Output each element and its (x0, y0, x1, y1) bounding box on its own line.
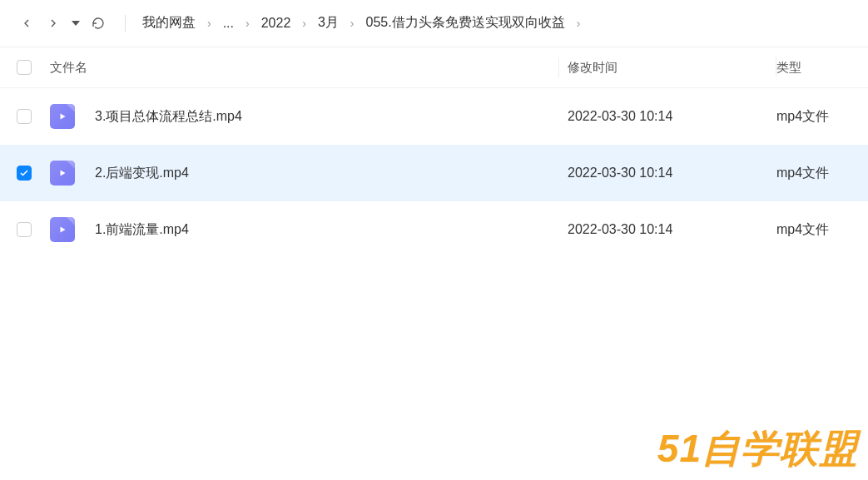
file-name: 3.项目总体流程总结.mp4 (95, 108, 242, 126)
svg-marker-2 (61, 171, 66, 176)
file-date: 2022-03-30 10:14 (559, 222, 776, 237)
column-header-date[interactable]: 修改时间 (559, 60, 776, 76)
file-type: mp4文件 (776, 221, 851, 239)
chevron-right-icon: › (302, 17, 306, 30)
svg-marker-0 (72, 21, 80, 26)
breadcrumb: 我的网盘 › ... › 2022 › 3月 › 055.借力头条免费送实现双向… (142, 14, 580, 32)
column-name-label: 文件名 (50, 60, 87, 76)
file-list: 3.项目总体流程总结.mp42022-03-30 10:14mp4文件2.后端变… (0, 88, 868, 258)
column-header-row: 文件名 修改时间 类型 (0, 47, 868, 88)
refresh-button[interactable] (88, 13, 108, 33)
video-file-icon (50, 104, 75, 129)
file-row[interactable]: 3.项目总体流程总结.mp42022-03-30 10:14mp4文件 (0, 88, 868, 145)
file-type: mp4文件 (776, 165, 851, 182)
chevron-right-icon: › (577, 17, 581, 30)
video-file-icon (50, 161, 75, 186)
file-date: 2022-03-30 10:14 (559, 166, 776, 181)
svg-marker-1 (61, 114, 66, 120)
chevron-right-icon: › (207, 17, 211, 30)
file-checkbox[interactable] (17, 222, 32, 237)
svg-marker-3 (61, 227, 66, 233)
column-header-name[interactable]: 文件名 (50, 60, 558, 76)
select-all-checkbox[interactable] (17, 60, 32, 75)
chevron-right-icon: › (350, 17, 355, 30)
toolbar: 我的网盘 › ... › 2022 › 3月 › 055.借力头条免费送实现双向… (0, 0, 868, 47)
separator (125, 15, 126, 32)
file-name: 1.前端流量.mp4 (95, 221, 189, 239)
breadcrumb-folder[interactable]: 055.借力头条免费送实现双向收益 (366, 14, 565, 32)
forward-button[interactable] (43, 13, 63, 33)
file-row[interactable]: 1.前端流量.mp42022-03-30 10:14mp4文件 (0, 201, 868, 258)
breadcrumb-ellipsis[interactable]: ... (223, 16, 234, 31)
history-dropdown-icon[interactable] (70, 19, 82, 27)
back-button[interactable] (17, 13, 37, 33)
file-checkbox[interactable] (17, 166, 32, 181)
watermark-logo: 51自学联盟 (657, 423, 858, 475)
sort-arrow-down-icon (532, 62, 543, 73)
file-date: 2022-03-30 10:14 (559, 109, 776, 124)
breadcrumb-year[interactable]: 2022 (261, 16, 291, 31)
file-row[interactable]: 2.后端变现.mp42022-03-30 10:14mp4文件 (0, 145, 868, 201)
breadcrumb-month[interactable]: 3月 (318, 14, 339, 32)
file-checkbox[interactable] (17, 109, 32, 124)
file-type: mp4文件 (776, 108, 851, 126)
video-file-icon (50, 217, 75, 242)
file-name: 2.后端变现.mp4 (95, 165, 189, 182)
breadcrumb-root[interactable]: 我的网盘 (142, 14, 196, 32)
chevron-right-icon: › (246, 17, 250, 30)
column-header-type[interactable]: 类型 (776, 60, 851, 76)
